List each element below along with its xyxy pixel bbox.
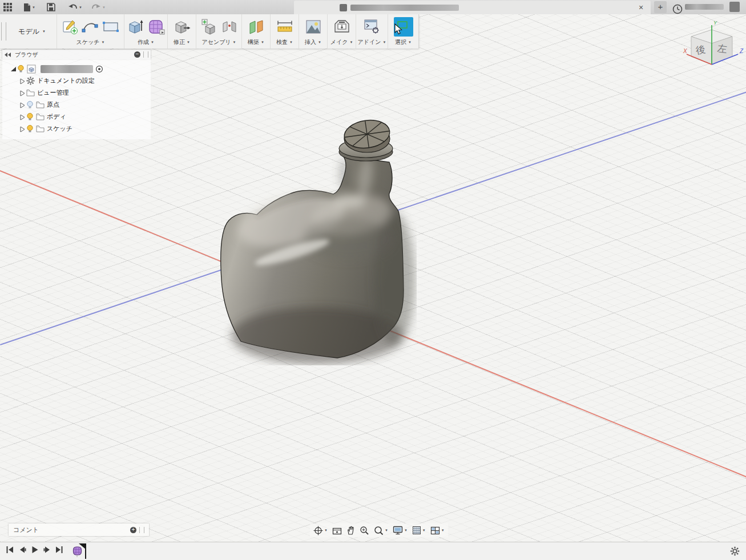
viewports-button[interactable]: ▼	[429, 525, 446, 536]
select-group-dropdown[interactable]: 選択 ▼	[395, 38, 412, 46]
panel-grip[interactable]	[143, 51, 148, 58]
spline-icon	[82, 20, 99, 34]
expand-arrow-icon[interactable]	[18, 102, 26, 108]
gear-icon	[730, 546, 740, 556]
insert-group-dropdown[interactable]: 挿入 ▼	[305, 38, 321, 46]
job-status-button[interactable]	[669, 2, 686, 16]
file-menu-button[interactable]: ▼	[20, 0, 39, 14]
collapse-panel-icon[interactable]	[5, 53, 11, 57]
construction-plane-button[interactable]	[248, 19, 264, 35]
create-form-icon	[148, 18, 165, 35]
timeline-go-to-end-button[interactable]	[55, 546, 63, 556]
joint-button[interactable]	[221, 19, 237, 35]
visibility-bulb-off-icon[interactable]	[26, 100, 34, 109]
visibility-bulb-icon[interactable]	[26, 112, 34, 121]
tree-item-label[interactable]: ビュー管理	[37, 88, 69, 97]
spline-button[interactable]	[82, 20, 99, 34]
view-cube[interactable]: 後 左 X Z Y	[679, 19, 746, 77]
make-group-dropdown[interactable]: メイク ▼	[330, 38, 353, 46]
assembly-group-dropdown[interactable]: アセンブリ ▼	[201, 38, 236, 46]
timeline-step-forward-button[interactable]	[43, 546, 51, 556]
group-label: 構築	[248, 38, 259, 46]
tree-item-bodies[interactable]: ボディ	[2, 111, 151, 123]
pan-button[interactable]	[345, 525, 357, 536]
addins-group-dropdown[interactable]: アドイン ▼	[358, 38, 386, 46]
select-icon	[396, 19, 412, 34]
save-button[interactable]	[43, 0, 59, 14]
collapse-arrow-icon[interactable]	[9, 66, 17, 72]
display-settings-button[interactable]: ▼	[391, 525, 409, 536]
printer-3d-icon	[334, 19, 350, 34]
press-pull-icon	[174, 18, 191, 35]
toolbar-grip[interactable]	[1, 22, 6, 41]
caret-down-icon: ▼	[102, 6, 106, 9]
close-tab-button[interactable]: ×	[636, 3, 646, 12]
comments-bar[interactable]: コメント +	[9, 523, 149, 536]
orbit-button[interactable]: ▼	[312, 525, 329, 537]
modify-group-dropdown[interactable]: 修正 ▼	[174, 38, 190, 46]
measure-button[interactable]	[276, 19, 293, 34]
document-tab[interactable]: ×	[294, 1, 651, 14]
expand-arrow-icon[interactable]	[18, 90, 26, 96]
extrude-button[interactable]	[127, 18, 144, 35]
press-pull-button[interactable]	[174, 18, 191, 35]
new-component-button[interactable]	[201, 18, 218, 35]
expand-arrow-icon[interactable]	[18, 78, 26, 84]
panel-collapse-button[interactable]: −	[134, 51, 140, 58]
tree-item-label[interactable]: ボディ	[47, 112, 66, 121]
group-label: メイク	[330, 38, 348, 46]
viewport[interactable]: 後 左 X Z Y ブラウザ −	[0, 14, 746, 542]
tree-item-label[interactable]: 原点	[47, 100, 59, 109]
caret-down-icon: ▼	[385, 529, 388, 532]
zoom-button[interactable]	[358, 525, 371, 537]
timeline-settings-button[interactable]	[730, 546, 740, 558]
workspace-selector[interactable]: モデル ▼	[7, 14, 57, 49]
create-sketch-button[interactable]	[62, 19, 78, 35]
browser-title: ブラウザ	[15, 51, 38, 59]
rectangle-button[interactable]	[102, 21, 119, 33]
timeline-playhead[interactable]	[79, 543, 88, 560]
sketch-group-dropdown[interactable]: スケッチ ▼	[76, 38, 105, 46]
group-label: アセンブリ	[201, 38, 231, 46]
insert-canvas-button[interactable]	[305, 19, 321, 34]
visibility-bulb-icon[interactable]	[17, 65, 25, 73]
create-form-button[interactable]	[148, 18, 165, 35]
new-tab-button[interactable]: +	[654, 1, 667, 13]
titlebar: ▼ ▼ ▼ × +	[0, 0, 746, 14]
group-label: 修正	[174, 38, 185, 46]
caret-down-icon: ▼	[233, 41, 236, 44]
profile-button[interactable]	[729, 2, 740, 12]
tree-item-view-management[interactable]: ビュー管理	[2, 87, 151, 99]
tree-item-document-settings[interactable]: ドキュメントの設定	[2, 75, 151, 87]
app-launcher-button[interactable]	[0, 0, 15, 14]
toolbar-group-sketch: スケッチ ▼	[57, 14, 124, 49]
zoom-window-button[interactable]: ▼	[372, 525, 390, 537]
visibility-bulb-icon[interactable]	[26, 124, 34, 133]
redo-button[interactable]: ▼	[88, 0, 109, 14]
construct-group-dropdown[interactable]: 構築 ▼	[248, 38, 264, 46]
folder-icon	[36, 113, 45, 120]
select-button[interactable]	[394, 17, 413, 37]
model-body[interactable]	[205, 108, 417, 365]
timeline-go-to-start-button[interactable]	[6, 546, 14, 556]
undo-button[interactable]: ▼	[64, 0, 86, 14]
make-button[interactable]	[334, 19, 350, 34]
inspect-group-dropdown[interactable]: 検査 ▼	[276, 38, 293, 46]
addins-button[interactable]	[364, 19, 381, 35]
tree-item-sketches[interactable]: スケッチ	[2, 123, 151, 135]
tree-item-label[interactable]: スケッチ	[47, 124, 72, 133]
timeline-step-back-button[interactable]	[18, 546, 26, 556]
tree-root-row[interactable]	[2, 63, 151, 75]
look-at-button[interactable]	[330, 525, 344, 536]
toolbar-group-inspect: 検査 ▼	[270, 14, 299, 49]
expand-arrow-icon[interactable]	[18, 114, 26, 120]
tree-item-origin[interactable]: 原点	[2, 99, 151, 111]
comments-expand-button[interactable]: +	[130, 527, 136, 533]
expand-arrow-icon[interactable]	[18, 126, 26, 132]
tree-item-label[interactable]: ドキュメントの設定	[37, 76, 95, 85]
activate-component-radio[interactable]	[95, 65, 103, 73]
panel-grip[interactable]	[139, 527, 144, 533]
timeline-play-button[interactable]	[31, 546, 39, 556]
create-group-dropdown[interactable]: 作成 ▼	[138, 38, 154, 46]
grid-settings-button[interactable]: ▼	[410, 525, 428, 536]
